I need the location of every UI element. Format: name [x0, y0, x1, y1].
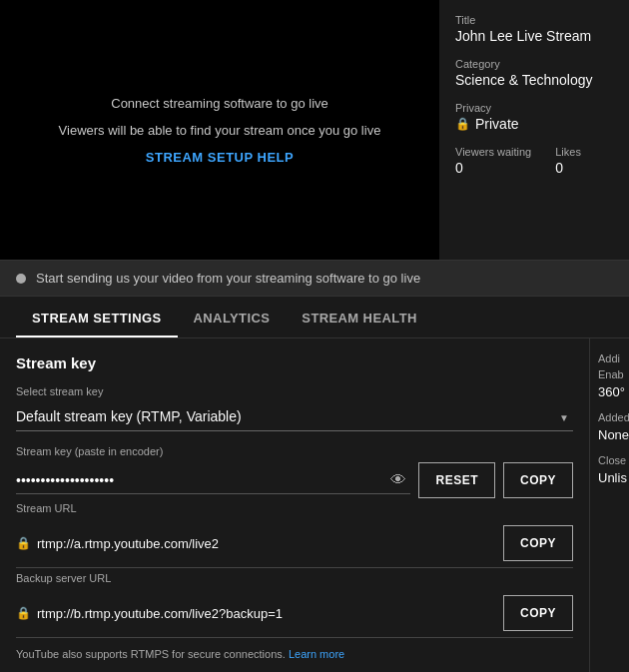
likes-label: Likes: [555, 146, 581, 158]
tab-stream-settings[interactable]: STREAM SETTINGS: [16, 297, 178, 337]
stream-key-input-row: 👁︎ RESET COPY: [16, 462, 573, 498]
copy-url-button[interactable]: COPY: [503, 525, 573, 561]
connect-message: Connect streaming software to go live: [111, 96, 328, 111]
status-text: Start sending us your video from your st…: [36, 271, 420, 286]
backup-lock-icon: 🔒: [16, 606, 31, 620]
stream-key-select-group: Select stream key Default stream key (RT…: [16, 385, 573, 431]
viewers-waiting-label: Viewers waiting: [455, 146, 531, 158]
stream-settings-panel: Stream key Select stream key Default str…: [0, 338, 589, 672]
likes-count: 0: [555, 160, 581, 176]
backup-url-value: rtmp://b.rtmp.youtube.com/live2?backup=1: [37, 606, 283, 621]
main-content: Stream key Select stream key Default str…: [0, 338, 629, 672]
stream-title: John Lee Live Stream: [455, 28, 613, 44]
tab-stream-health[interactable]: STREAM HEALTH: [286, 297, 432, 337]
tab-analytics[interactable]: ANALYTICS: [178, 297, 287, 337]
stream-key-title: Stream key: [16, 354, 573, 371]
stream-url-label: Stream URL: [16, 502, 573, 514]
added-value: None: [598, 427, 629, 442]
addi-label: Addi: [598, 352, 629, 364]
copy-key-button[interactable]: COPY: [503, 462, 573, 498]
title-label: Title: [455, 14, 613, 26]
status-bar: Start sending us your video from your st…: [0, 260, 629, 297]
stream-key-input-group: Stream key (paste in encoder) 👁︎ RESET C…: [16, 445, 573, 498]
resolution-value: 360°: [598, 384, 629, 399]
close-label: Close: [598, 454, 629, 466]
video-preview-panel: Connect streaming software to go live Vi…: [0, 0, 439, 260]
select-stream-key-label: Select stream key: [16, 385, 573, 397]
privacy-text: Private: [475, 116, 519, 132]
stream-setup-help-link[interactable]: STREAM SETUP HELP: [146, 150, 294, 165]
copy-backup-button[interactable]: COPY: [503, 595, 573, 631]
stream-url-row: 🔒 rtmp://a.rtmp.youtube.com/live2 COPY: [16, 519, 573, 568]
viewers-waiting-count: 0: [455, 160, 531, 176]
stream-url-group: Stream URL 🔒 rtmp://a.rtmp.youtube.com/l…: [16, 502, 573, 568]
category-value: Science & Technology: [455, 72, 613, 88]
enable-label: Enab: [598, 368, 629, 380]
stream-key-input-wrapper: 👁︎: [16, 467, 410, 494]
unlist-value: Unlis: [598, 470, 629, 485]
backup-url-display: 🔒 rtmp://b.rtmp.youtube.com/live2?backup…: [16, 606, 495, 621]
eye-hidden-icon[interactable]: 👁︎: [386, 471, 410, 489]
privacy-value: 🔒 Private: [455, 116, 613, 132]
category-label: Category: [455, 58, 613, 70]
added-label: Added: [598, 411, 629, 423]
backup-url-row: 🔒 rtmp://b.rtmp.youtube.com/live2?backup…: [16, 589, 573, 638]
backup-url-label: Backup server URL: [16, 572, 573, 584]
stream-url-value: rtmp://a.rtmp.youtube.com/live2: [37, 536, 219, 551]
rtmps-note: YouTube also supports RTMPS for secure c…: [16, 648, 573, 660]
tabs-navigation: STREAM SETTINGS ANALYTICS STREAM HEALTH: [0, 297, 629, 338]
status-indicator: [16, 274, 26, 284]
stream-key-select-wrapper: Default stream key (RTMP, Variable) ▼: [16, 402, 573, 431]
viewers-message: Viewers will be able to find your stream…: [59, 123, 381, 138]
stream-key-input-label: Stream key (paste in encoder): [16, 445, 573, 457]
lock-icon: 🔒: [455, 117, 470, 131]
learn-more-link[interactable]: Learn more: [289, 648, 344, 660]
stream-key-input[interactable]: [16, 472, 386, 488]
url-lock-icon: 🔒: [16, 536, 31, 550]
backup-url-group: Backup server URL 🔒 rtmp://b.rtmp.youtub…: [16, 572, 573, 638]
stream-url-display: 🔒 rtmp://a.rtmp.youtube.com/live2: [16, 536, 495, 551]
privacy-label: Privacy: [455, 102, 613, 114]
stream-key-select[interactable]: Default stream key (RTMP, Variable): [16, 402, 573, 431]
stream-info-panel: Title John Lee Live Stream Category Scie…: [439, 0, 629, 260]
reset-button[interactable]: RESET: [418, 462, 495, 498]
right-additional-panel: Addi Enab 360° Added None Close Unlis: [589, 338, 629, 672]
rtmps-note-text: YouTube also supports RTMPS for secure c…: [16, 648, 286, 660]
